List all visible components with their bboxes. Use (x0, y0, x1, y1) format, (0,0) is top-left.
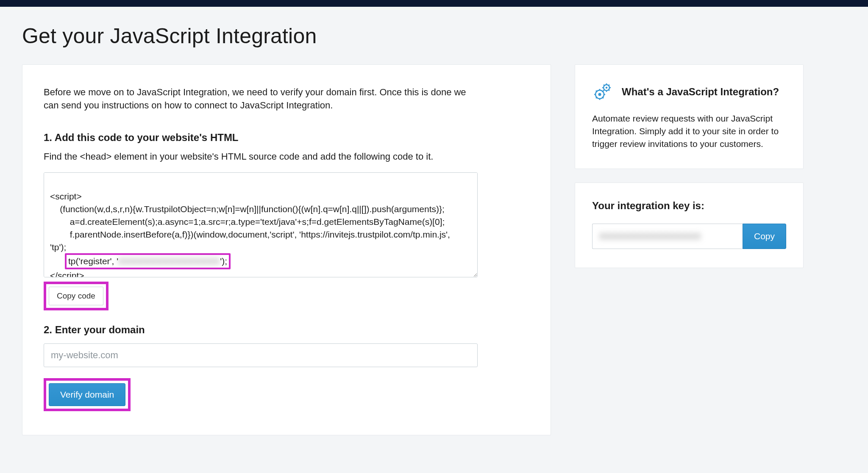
code-line: a=d.createElement(s);a.async=1;a.src=r;a… (50, 217, 445, 227)
copy-code-highlight: Copy code (44, 282, 529, 310)
integration-key-field[interactable]: XXXXXXXXXXXXXXXX (592, 224, 743, 249)
main-card: Before we move on to JavaScript Integrat… (22, 64, 551, 435)
svg-point-1 (598, 93, 601, 96)
code-line: f.parentNode.insertBefore(a,f)})(window,… (50, 230, 450, 239)
sidebar: What's a JavaScript Integration? Automat… (575, 64, 804, 268)
info-title: What's a JavaScript Integration? (622, 86, 779, 98)
copy-key-button[interactable]: Copy (743, 224, 786, 249)
step2-heading: 2. Enter your domain (44, 324, 529, 336)
code-register-highlight: tp('register', 'XXXXXXXXXXXXXXXX'); (50, 256, 231, 266)
integration-key-label: Your integration key is: (592, 200, 786, 212)
copy-code-button[interactable]: Copy code (49, 287, 103, 305)
integration-key-card: Your integration key is: XXXXXXXXXXXXXXX… (575, 183, 804, 268)
step1-description: Find the <head> element in your website'… (44, 151, 529, 162)
code-line: 'tp'); (50, 242, 66, 252)
svg-point-3 (606, 87, 608, 89)
intro-text: Before we move on to JavaScript Integrat… (44, 86, 476, 112)
integration-key-value: XXXXXXXXXXXXXXXX (599, 231, 701, 241)
verify-highlight: Verify domain (44, 378, 529, 411)
step1-heading: 1. Add this code to your website's HTML (44, 132, 529, 144)
code-line: </script> (50, 271, 84, 277)
page-title: Get your JavaScript Integration (22, 24, 846, 48)
layout: Before we move on to JavaScript Integrat… (22, 64, 846, 435)
code-line: (function(w,d,s,r,n){w.TrustpilotObject=… (50, 204, 445, 214)
info-card: What's a JavaScript Integration? Automat… (575, 64, 804, 169)
domain-input[interactable] (44, 343, 478, 367)
page: Get your JavaScript Integration Before w… (0, 7, 868, 461)
top-bar (0, 0, 868, 7)
code-snippet-textarea[interactable]: <script> (function(w,d,s,r,n){w.Trustpil… (44, 172, 478, 277)
gears-icon (592, 82, 612, 102)
info-body: Automate review requests with our JavaSc… (592, 112, 786, 150)
verify-domain-button[interactable]: Verify domain (49, 383, 125, 406)
code-line: <script> (50, 191, 82, 201)
